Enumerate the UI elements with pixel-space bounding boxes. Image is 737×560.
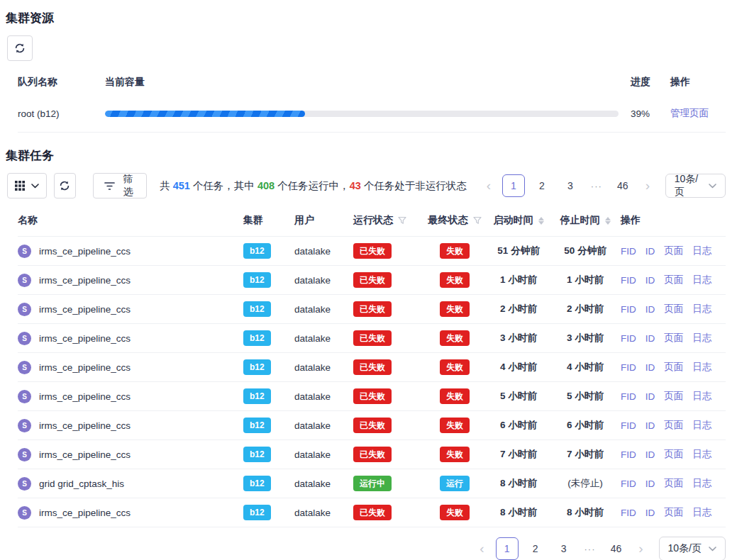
stop-time: 1 小时前: [567, 274, 604, 286]
column-header-final-status: 最终状态: [428, 214, 468, 227]
column-header-stop-time: 停止时间: [560, 214, 600, 227]
avatar: S: [18, 303, 31, 316]
task-name: irms_ce_pipeline_ccs: [39, 420, 131, 431]
id-link[interactable]: ID: [645, 391, 655, 402]
log-link[interactable]: 日志: [692, 419, 711, 432]
log-link[interactable]: 日志: [692, 274, 711, 286]
page-link[interactable]: 页面: [664, 245, 683, 257]
page-link[interactable]: 页面: [664, 477, 683, 490]
chevron-down-icon: [31, 184, 39, 189]
tasks-table-body: S irms_ce_pipeline_ccs b12 datalake 已失败 …: [18, 237, 726, 527]
start-time: 3 小时前: [500, 332, 537, 345]
page-link[interactable]: 页面: [664, 419, 683, 432]
cluster-badge: b12: [243, 476, 271, 491]
tasks-table: 名称 集群 用户 运行状态 最终状态 启动时间: [0, 203, 737, 527]
final-status-badge: 失败: [440, 447, 470, 462]
start-time: 4 小时前: [500, 361, 537, 374]
filter-funnel-icon[interactable]: [473, 216, 482, 225]
pagination-page-46[interactable]: 46: [605, 537, 628, 560]
filter-funnel-icon[interactable]: [398, 216, 406, 225]
id-link[interactable]: ID: [645, 275, 655, 286]
final-status-badge: 失败: [440, 388, 470, 404]
page-size-select-bottom[interactable]: 10条/页: [659, 537, 726, 560]
stop-time: (未停止): [567, 477, 603, 490]
view-mode-button[interactable]: [7, 173, 47, 198]
sort-carets-icon[interactable]: [538, 217, 544, 225]
fid-link[interactable]: FID: [621, 391, 636, 402]
page-link[interactable]: 页面: [664, 274, 683, 286]
task-row: S irms_ce_pipeline_ccs b12 datalake 已失败 …: [18, 440, 726, 469]
id-link[interactable]: ID: [645, 449, 655, 460]
task-row: S irms_ce_pipeline_ccs b12 datalake 已失败 …: [18, 266, 726, 295]
id-link[interactable]: ID: [645, 304, 655, 315]
log-link[interactable]: 日志: [692, 477, 711, 490]
page-size-select[interactable]: 10条/页: [665, 174, 726, 198]
id-link[interactable]: ID: [645, 508, 655, 518]
resources-refresh-button[interactable]: [7, 35, 33, 61]
log-link[interactable]: 日志: [692, 361, 711, 374]
task-row: S grid grid_cptask_his b12 datalake 运行中 …: [18, 469, 726, 498]
column-header-actions: 操作: [621, 214, 726, 227]
pagination-next[interactable]: ›: [640, 174, 655, 197]
id-link[interactable]: ID: [645, 246, 655, 257]
pagination-page-1[interactable]: 1: [496, 537, 519, 560]
task-user: datalake: [294, 246, 353, 257]
id-link[interactable]: ID: [645, 362, 655, 373]
filter-button[interactable]: 筛选: [93, 173, 147, 198]
capacity-progressbar-fill: [105, 111, 305, 117]
task-row: S irms_ce_pipeline_ccs b12 datalake 已失败 …: [18, 295, 726, 324]
log-link[interactable]: 日志: [692, 448, 711, 461]
pagination-bottom: ‹ 1 2 3 ··· 46 ›: [475, 537, 649, 560]
log-link[interactable]: 日志: [692, 506, 711, 519]
page-link[interactable]: 页面: [664, 448, 683, 461]
log-link[interactable]: 日志: [692, 303, 711, 315]
stop-time: 5 小时前: [567, 390, 604, 403]
pagination-page-1[interactable]: 1: [502, 174, 525, 197]
id-link[interactable]: ID: [645, 420, 655, 431]
page-link[interactable]: 页面: [664, 332, 683, 345]
fid-link[interactable]: FID: [621, 246, 636, 257]
page-link[interactable]: 页面: [664, 506, 683, 519]
running-task-count: 408: [257, 180, 275, 191]
fid-link[interactable]: FID: [621, 333, 636, 344]
log-link[interactable]: 日志: [692, 332, 711, 345]
page-link[interactable]: 页面: [664, 390, 683, 403]
fid-link[interactable]: FID: [621, 420, 636, 431]
manage-page-link[interactable]: 管理页面: [670, 108, 709, 118]
pagination-ellipsis[interactable]: ···: [581, 537, 599, 560]
pagination-prev[interactable]: ‹: [475, 537, 490, 560]
pagination-page-2[interactable]: 2: [531, 174, 553, 197]
final-status-badge: 失败: [440, 301, 470, 317]
pagination-page-3[interactable]: 3: [553, 537, 575, 560]
task-name: irms_ce_pipeline_ccs: [39, 362, 131, 373]
page-link[interactable]: 页面: [664, 361, 683, 374]
task-user: datalake: [294, 449, 353, 460]
pagination-ellipsis[interactable]: ···: [587, 174, 606, 197]
pagination-page-3[interactable]: 3: [559, 174, 582, 197]
sort-carets-icon[interactable]: [605, 217, 611, 225]
fid-link[interactable]: FID: [621, 304, 636, 315]
task-user: datalake: [294, 362, 353, 373]
start-time: 2 小时前: [500, 303, 537, 315]
grid-view-icon: [15, 181, 25, 191]
tasks-refresh-button[interactable]: [54, 173, 76, 198]
pagination-prev[interactable]: ‹: [481, 174, 497, 197]
id-link[interactable]: ID: [645, 333, 655, 344]
log-link[interactable]: 日志: [692, 390, 711, 403]
id-link[interactable]: ID: [645, 478, 655, 489]
fid-link[interactable]: FID: [621, 362, 636, 373]
pagination-page-2[interactable]: 2: [524, 537, 547, 560]
pagination-page-46[interactable]: 46: [611, 174, 634, 197]
avatar: S: [18, 245, 31, 258]
avatar: S: [18, 419, 31, 432]
column-header-cluster: 集群: [243, 214, 294, 227]
fid-link[interactable]: FID: [621, 508, 636, 518]
fid-link[interactable]: FID: [621, 449, 636, 460]
fid-link[interactable]: FID: [621, 478, 636, 489]
task-user: datalake: [294, 508, 353, 518]
pagination-next[interactable]: ›: [633, 537, 649, 560]
page-link[interactable]: 页面: [664, 303, 683, 315]
log-link[interactable]: 日志: [692, 245, 711, 257]
cluster-badge: b12: [243, 301, 271, 317]
fid-link[interactable]: FID: [621, 275, 636, 286]
